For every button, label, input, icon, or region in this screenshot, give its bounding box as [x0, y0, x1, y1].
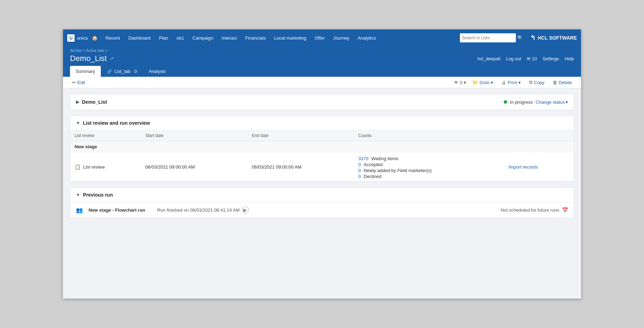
review-table: List review Start date End date Counts N…	[70, 130, 574, 182]
top-nav: U unica 🏠 Recent Dashboard Plan ob1 Camp…	[63, 29, 581, 46]
stage-row: New stage	[70, 141, 574, 152]
nav-item-offer[interactable]: Offer	[311, 29, 328, 46]
edit-icon: ✏	[72, 80, 76, 85]
previous-run-title: Previous run	[83, 192, 113, 198]
count-waiting-value[interactable]: 3370	[358, 156, 369, 161]
status-row: In progress Change status ▾	[504, 100, 568, 105]
count-waiting: 3370 Waiting items	[358, 156, 500, 161]
page-title: Demo_List ↗	[70, 54, 114, 63]
calendar-icon[interactable]: 📅	[562, 207, 568, 213]
list-review-section-header[interactable]: ▼ List review and run overview	[70, 116, 574, 130]
tab-list-tab[interactable]: 🔗 List_tab 0	[102, 66, 142, 77]
col-list-review: List review	[70, 130, 141, 141]
copy-icon: ⧉	[529, 80, 532, 85]
home-icon[interactable]: 🏠	[92, 35, 98, 41]
header-bar: All lists > Active lists > Demo_List ↗ h…	[63, 46, 581, 66]
change-status-chevron: ▾	[566, 100, 568, 105]
review-name-cell: 📋 List review	[70, 152, 141, 182]
count-newly-added-value[interactable]: 0	[358, 168, 361, 173]
edit-button[interactable]: ✏ Edit	[70, 79, 87, 86]
print-icon: 🖨	[502, 80, 506, 85]
toolbar: ✏ Edit 👁 0 ▾ 📁 Goto ▾ 🖨 Print ▾ ⧉ C	[63, 77, 581, 88]
import-records-button[interactable]: Import records	[509, 164, 538, 170]
search-icon[interactable]: 🔍	[517, 35, 523, 41]
print-chevron-icon: ▾	[518, 80, 521, 85]
mail-icon[interactable]: ✉ 10	[527, 56, 537, 61]
settings-button[interactable]: Settings	[542, 56, 559, 61]
previous-run-expand-icon[interactable]: ▼	[76, 192, 80, 197]
folder-icon: 📁	[472, 80, 478, 85]
change-status-button[interactable]: Change status ▾	[536, 100, 568, 105]
unica-logo-text: unica	[77, 35, 88, 41]
counts-list: 3370 Waiting items 0 Accepted 0 Newly ad…	[358, 156, 500, 179]
copy-button[interactable]: ⧉ Copy	[527, 79, 546, 86]
nav-item-interact[interactable]: Interact	[218, 29, 240, 46]
list-review-row-icon: 📋	[75, 164, 80, 170]
nav-item-recent[interactable]: Recent	[102, 29, 123, 46]
count-accepted-value[interactable]: 0	[358, 162, 361, 167]
play-button[interactable]: ▶	[242, 206, 249, 213]
header-title-row: Demo_List ↗ hcl_deepali Log out ✉ 10 Set…	[70, 54, 574, 66]
previous-run-header[interactable]: ▼ Previous run	[70, 188, 574, 202]
list-review-card: ▼ List review and run overview List revi…	[70, 116, 574, 182]
run-date-text: Run finished on 06/03/2021 08:41:14 AM	[157, 207, 240, 213]
help-button[interactable]: Help	[565, 56, 574, 61]
unica-logo-box: U	[67, 34, 75, 42]
nav-item-dashboard[interactable]: Dashboard	[125, 29, 154, 46]
count-accepted: 0 Accepted	[358, 162, 500, 167]
nav-item-campaign[interactable]: Campaign	[189, 29, 217, 46]
delete-button[interactable]: 🗑 Delete	[551, 79, 574, 86]
nav-item-analytics[interactable]: Analytics	[354, 29, 379, 46]
hcl-label: HCL SOFTWARE	[538, 35, 577, 41]
eye-icon: 👁	[454, 80, 458, 85]
nav-item-plan[interactable]: Plan	[155, 29, 172, 46]
nav-item-ob1[interactable]: ob1	[173, 29, 188, 46]
run-users-icon: 👥	[76, 207, 83, 213]
count-badge[interactable]: 👁 0 ▾	[454, 80, 466, 85]
status-dot	[504, 100, 507, 104]
toolbar-left: ✏ Edit	[70, 79, 87, 86]
hcl-logo: ↰ HCL SOFTWARE	[530, 34, 577, 42]
review-table-head: List review Start date End date Counts	[70, 130, 574, 141]
tabs-bar: Summary 🔗 List_tab 0 Analysis	[63, 66, 581, 77]
count-declined-label: Declined	[364, 174, 382, 179]
nav-item-local-marketing[interactable]: Local marketing	[271, 29, 310, 46]
start-date-cell: 06/03/2021 09:00:00 AM	[141, 152, 247, 182]
import-cell: Import records	[504, 152, 574, 182]
external-link-icon[interactable]: ↗	[110, 56, 114, 61]
search-input[interactable]	[460, 33, 516, 42]
stage-label: New stage	[70, 141, 574, 152]
header-actions: hcl_deepali Log out ✉ 10 Settings Help	[477, 56, 574, 61]
run-name-text: New stage - Flowchart run	[89, 207, 152, 213]
main-content: ▶ Demo_List In progress Change status ▾ …	[63, 88, 581, 299]
count-accepted-label: Accepted	[364, 162, 383, 167]
list-review-title: List review and run overview	[83, 120, 150, 126]
count-waiting-label: Waiting items	[371, 156, 399, 161]
page-title-text: Demo_List	[70, 54, 107, 63]
count-declined-value[interactable]: 0	[358, 174, 361, 179]
run-date-cell: Run finished on 06/03/2021 08:41:14 AM ▶	[157, 206, 249, 213]
breadcrumb: All lists > Active lists >	[70, 48, 574, 53]
count-declined: 0 Declined	[358, 174, 500, 179]
nav-item-journey[interactable]: Journey	[330, 29, 353, 46]
app-container: U unica 🏠 Recent Dashboard Plan ob1 Camp…	[63, 29, 581, 299]
hcl-arrow-icon: ↰	[530, 34, 536, 42]
review-name-text: List review	[83, 164, 105, 170]
col-start-date: Start date	[141, 130, 247, 141]
table-row: 📋 List review 06/03/2021 09:00:00 AM 06/…	[70, 152, 574, 182]
tab-summary[interactable]: Summary	[70, 66, 101, 77]
logout-button[interactable]: Log out	[506, 56, 521, 61]
counts-cell: 3370 Waiting items 0 Accepted 0 Newly ad…	[354, 152, 504, 182]
list-review-expand-icon[interactable]: ▼	[76, 121, 80, 125]
print-button[interactable]: 🖨 Print ▾	[499, 79, 523, 86]
demo-list-expand-icon[interactable]: ▶	[76, 100, 79, 104]
tab-analysis[interactable]: Analysis	[143, 66, 171, 77]
review-table-body: New stage 📋 List review 06/03/2021 09:00…	[70, 141, 574, 182]
nav-logo: U unica	[67, 34, 88, 42]
count-newly-added: 0 Newly added by Field marketer(s)	[358, 168, 500, 173]
demo-list-card-header: ▶ Demo_List In progress Change status ▾	[70, 94, 574, 110]
goto-button[interactable]: 📁 Goto ▾	[470, 79, 495, 86]
goto-chevron-icon: ▾	[491, 80, 493, 85]
nav-item-financials[interactable]: Financials	[242, 29, 270, 46]
previous-run-card: ▼ Previous run 👥 New stage - Flowchart r…	[70, 187, 574, 218]
